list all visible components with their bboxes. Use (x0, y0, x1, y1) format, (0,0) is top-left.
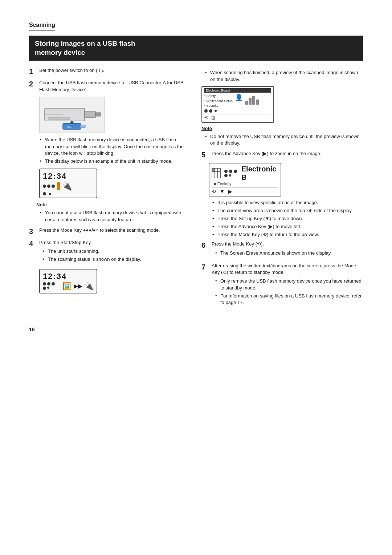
usb-connector-diagram: USB (39, 97, 105, 133)
scan-orange-bar (58, 282, 58, 290)
step-6-bullet-1: The Screen Erase Announce is shown on th… (215, 250, 332, 257)
step-7-bullet-2: For information on saving files on a USB… (215, 293, 363, 307)
note-2-label: Note (201, 126, 363, 131)
main-heading: Storing images on a USB flash memory dev… (29, 36, 363, 61)
step-1-num: 1 (29, 67, 37, 76)
note-1-bullet-1: You cannot use a USB flash memory device… (40, 210, 191, 223)
zoom-display: Electronic B ■ Ecology ⟲ ▼ ▶ (209, 163, 281, 197)
step-5-bullet-3: Press the Set-up Key (▼) to move down. (212, 215, 363, 222)
step-7-num: 7 (201, 263, 209, 271)
note-2-bullet-1: Do not remove the USB flash memory devic… (205, 133, 363, 147)
svg-rect-6 (80, 125, 85, 128)
dot-small-1 (43, 192, 46, 195)
step-3-text: Press the Mode Key ●●●/●○ to select the … (39, 227, 160, 234)
eb-preview-display: Electronic Board • Safety • Whiteboard S… (201, 86, 274, 123)
zoom-bottom-nav: ⟲ ▼ ▶ (212, 187, 278, 194)
eb-bottom-nav: ⟲ ⊞ (204, 114, 271, 121)
eb-grid-icon: ⊞ (211, 115, 215, 121)
step-6-text: Press the Mode Key (⟲). (212, 241, 264, 247)
eb-dot-2 (209, 109, 212, 113)
zoom-down-icon: ▼ (220, 189, 225, 194)
scan-arrow-icon: ▶▶ (74, 283, 82, 289)
step-1-text: Set the power switch to on ( I ). (39, 67, 104, 74)
usb-bullet-1: When the USB flash memory device is conn… (40, 137, 191, 157)
zoom-advance-icon: ▶ (228, 189, 232, 194)
step-3-num: 3 (29, 227, 37, 236)
eb-person-icon: 👤 (235, 94, 243, 102)
dot-2 (47, 185, 50, 188)
step-5-bullet-2: The current view area is shown on the to… (212, 207, 363, 214)
step-2-text: Connect the USB flash memory device to "… (39, 80, 191, 93)
step-5-bullet-5: Press the Mode Key (⟲) to return to the … (212, 231, 363, 238)
zoom-dot-5 (229, 174, 231, 177)
scan-usb-icon: 🔌 (85, 282, 94, 291)
eb-dot-3 (215, 110, 217, 112)
zoom-dot-4 (224, 174, 228, 177)
usb-icon-mockup: 🔌 (62, 182, 72, 191)
step-4-bullet-2: The scanning status is shown on the disp… (43, 256, 141, 263)
dot-3 (52, 185, 55, 188)
step-4-text: Press the Start/Stop Key. (39, 240, 92, 245)
zoom-grid-indicator (212, 168, 221, 178)
mockup-time-2: 12:34 (43, 272, 94, 281)
usb-bullet-2: The display below is an example of the u… (40, 158, 191, 165)
scan-icon: 🖼️ (62, 282, 72, 291)
note-1-label: Note (36, 202, 191, 207)
scan-dot-3 (52, 282, 55, 285)
step-2-num: 2 (29, 80, 37, 88)
zoom-ecology-text: ■ Ecology (212, 182, 278, 186)
right-bullet-1: When scanning has finished, a preview of… (205, 69, 363, 83)
step-4-bullet-1: The unit starts scanning. (43, 248, 141, 255)
step-6-num: 6 (201, 241, 209, 250)
eb-mode-icon: ⟲ (204, 115, 208, 121)
svg-text:USB: USB (67, 126, 73, 128)
scan-dot-2 (47, 282, 50, 285)
dot-1 (43, 185, 46, 188)
scanning-display-mockup: 12:34 🖼️ ▶▶ 🔌 (39, 269, 97, 293)
step-5-bullet-4: Press the Advance Key (▶) to move left. (212, 223, 363, 230)
step-4-num: 4 (29, 239, 37, 248)
section-title: Scanning (29, 22, 55, 31)
standby-display-mockup: 12:34 🔌 (39, 169, 97, 198)
step-5-bullet-1: It is possible to view specific areas of… (212, 199, 363, 206)
scan-dot-5 (47, 287, 49, 289)
eb-chart (245, 94, 259, 105)
dot-small-2 (49, 193, 51, 195)
zoom-dot-2 (229, 170, 232, 173)
scan-dot-1 (43, 282, 46, 285)
orange-bar (57, 182, 60, 190)
scan-dot-4 (43, 287, 46, 290)
eb-menu: • Safety • Whiteboard Setup • Security (204, 94, 233, 109)
zoom-mode-icon: ⟲ (212, 189, 216, 194)
zoom-dot-3 (234, 170, 237, 173)
zoom-text: Electronic B (241, 165, 278, 182)
svg-rect-4 (48, 117, 70, 119)
step-7-bullet-1: Only remove the USB flash memory device … (215, 278, 363, 292)
eb-dot-1 (204, 109, 208, 113)
zoom-dot-1 (224, 170, 228, 173)
step-7-text: After erasing the written text/diagrams … (212, 263, 356, 275)
step-5-text: Press the Advance Key (▶) to zoom in on … (212, 151, 322, 156)
eb-title-bar: Electronic Board (204, 88, 271, 93)
step-5-num: 5 (201, 150, 209, 159)
svg-rect-2 (95, 113, 101, 116)
page-number: 18 (29, 327, 363, 332)
svg-rect-1 (85, 111, 95, 118)
mockup-time-1: 12:34 (43, 171, 94, 181)
